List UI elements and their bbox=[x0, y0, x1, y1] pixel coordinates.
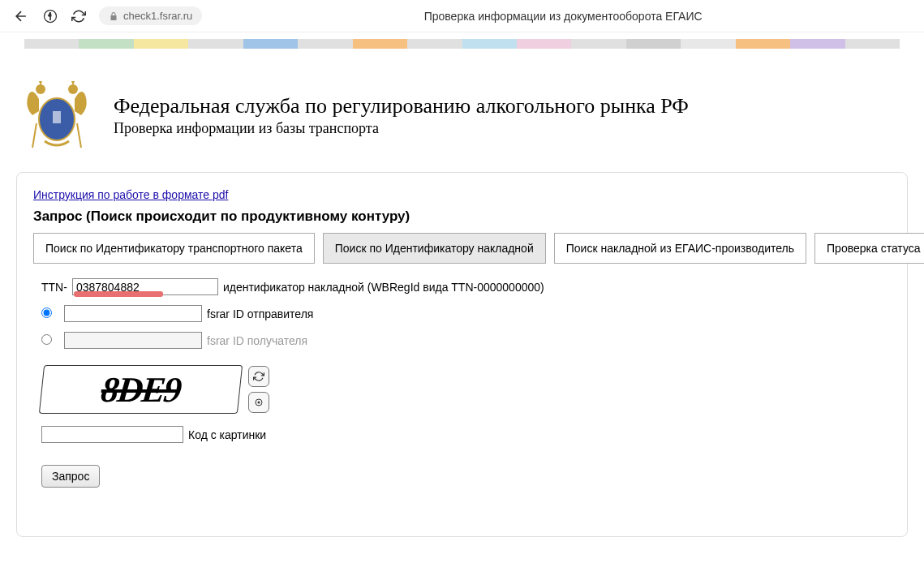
reload-icon[interactable] bbox=[71, 9, 86, 24]
color-block bbox=[681, 39, 735, 49]
browser-toolbar: check1.fsrar.ru Проверка информации из д… bbox=[0, 0, 924, 32]
color-block bbox=[736, 39, 790, 49]
color-block bbox=[298, 39, 352, 49]
color-block bbox=[462, 39, 517, 49]
color-block bbox=[407, 39, 462, 49]
tab-transport-packet[interactable]: Поиск по Идентификатору транспортного па… bbox=[33, 233, 315, 264]
color-block bbox=[845, 39, 900, 49]
record-icon bbox=[254, 398, 264, 407]
decoration-strip bbox=[0, 32, 924, 58]
form-panel: Инструкция по работе в формате pdf Запро… bbox=[16, 172, 908, 537]
color-block bbox=[79, 39, 133, 49]
browser-page-title: Проверка информации из документооборота … bbox=[215, 10, 911, 23]
color-block bbox=[517, 39, 571, 49]
svg-point-6 bbox=[258, 402, 260, 404]
captcha-label: Код с картинки bbox=[188, 428, 266, 441]
instruction-link[interactable]: Инструкция по работе в формате pdf bbox=[33, 188, 228, 201]
ttn-input[interactable] bbox=[72, 278, 218, 295]
color-block bbox=[790, 39, 844, 49]
url-text: check1.fsrar.ru bbox=[123, 10, 192, 22]
emblem-icon bbox=[16, 75, 97, 156]
sender-radio[interactable] bbox=[41, 307, 52, 318]
submit-button[interactable]: Запрос bbox=[41, 465, 100, 488]
ttn-hint-label: идентификатор накладной (WBRegId вида TT… bbox=[223, 281, 544, 294]
lock-icon bbox=[109, 11, 118, 21]
sender-label: fsrar ID отправителя bbox=[207, 307, 313, 320]
color-block bbox=[243, 39, 298, 49]
tab-invoice-id[interactable]: Поиск по Идентификатору накладной bbox=[323, 233, 546, 264]
ttn-prefix-label: TTN- bbox=[41, 281, 67, 294]
tab-egais-producer[interactable]: Поиск накладной из ЕГАИС-производитель bbox=[554, 233, 806, 264]
yandex-icon[interactable] bbox=[42, 8, 58, 24]
page-subtitle: Проверка информации из базы транспорта bbox=[114, 120, 689, 137]
tab-barcode-status[interactable]: Проверка статуса штрихкода bbox=[814, 233, 924, 264]
receiver-id-input[interactable] bbox=[64, 332, 202, 349]
color-block bbox=[134, 39, 188, 49]
tabs: Поиск по Идентификатору транспортного па… bbox=[33, 233, 891, 264]
svg-rect-4 bbox=[53, 111, 61, 123]
url-bar[interactable]: check1.fsrar.ru bbox=[99, 6, 202, 25]
captcha-audio-button[interactable] bbox=[248, 392, 269, 413]
captcha-input[interactable] bbox=[41, 426, 183, 443]
sender-id-input[interactable] bbox=[64, 305, 202, 322]
back-icon[interactable] bbox=[13, 8, 29, 24]
color-block bbox=[626, 39, 681, 49]
color-block bbox=[188, 39, 243, 49]
receiver-label: fsrar ID получателя bbox=[207, 334, 307, 347]
color-block bbox=[353, 39, 407, 49]
refresh-icon bbox=[253, 371, 264, 382]
captcha-refresh-button[interactable] bbox=[248, 366, 269, 387]
captcha-image: 8DE9 bbox=[39, 365, 243, 414]
page-title: Федеральная служба по регулированию алко… bbox=[114, 94, 689, 118]
form-title: Запрос (Поиск происходит по продуктивном… bbox=[33, 208, 891, 225]
color-block bbox=[571, 39, 625, 49]
color-block bbox=[24, 39, 79, 49]
page-header: Федеральная служба по регулированию алко… bbox=[16, 75, 908, 156]
receiver-radio[interactable] bbox=[41, 334, 52, 345]
